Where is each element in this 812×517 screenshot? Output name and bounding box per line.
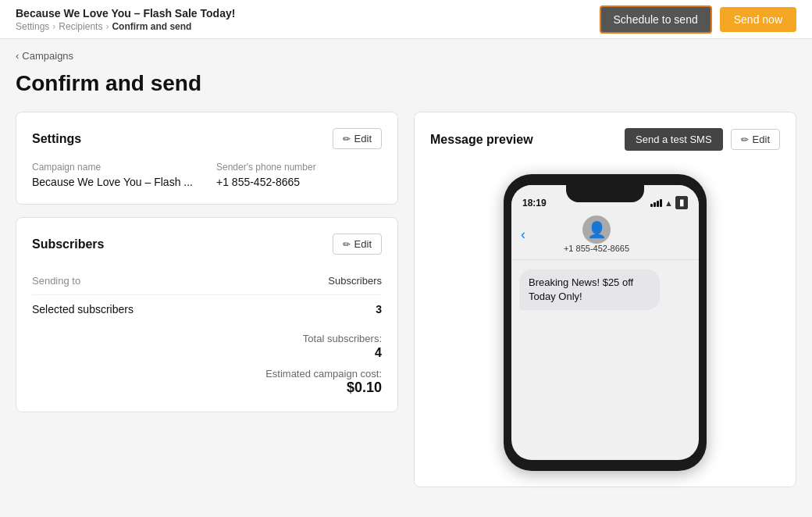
- phone-screen: 18:19 ▲ ▮: [511, 185, 699, 460]
- pencil-icon-2: [343, 238, 351, 250]
- sending-to-value: Subscribers: [328, 275, 382, 287]
- subscribers-edit-button[interactable]: Edit: [333, 234, 382, 255]
- selected-label: Selected subscribers: [32, 303, 134, 316]
- avatar: 👤: [582, 216, 611, 244]
- pencil-icon-3: [741, 134, 749, 145]
- campaign-name-value: Because We Love You – Flash ...: [32, 176, 193, 188]
- phone-messages: Breaking News! $25 off Today Only!: [511, 260, 699, 460]
- send-test-sms-button[interactable]: Send a test SMS: [625, 128, 723, 151]
- breadcrumb-sep-1: ›: [52, 21, 55, 32]
- estimated-cost-label: Estimated campaign cost:: [32, 368, 382, 380]
- phone-chat-header: ‹ 👤 +1 855-452-8665: [511, 211, 699, 260]
- person-icon: 👤: [587, 220, 607, 239]
- preview-edit-button[interactable]: Edit: [731, 129, 780, 150]
- header-actions: Schedule to send Send now: [600, 5, 796, 34]
- total-subscribers-value: 4: [32, 346, 382, 360]
- pencil-icon: [343, 133, 351, 144]
- settings-fields: Campaign name Because We Love You – Flas…: [32, 162, 382, 188]
- subscribers-card-title: Subscribers: [32, 237, 104, 251]
- preview-edit-label: Edit: [753, 134, 770, 145]
- estimated-cost-value: $0.10: [32, 380, 382, 396]
- send-now-button[interactable]: Send now: [720, 7, 796, 32]
- bar2: [654, 202, 656, 207]
- settings-edit-label: Edit: [354, 133, 372, 144]
- total-subscribers-label: Total subscribers:: [32, 333, 382, 344]
- subscribers-card-header: Subscribers Edit: [32, 234, 382, 255]
- breadcrumb: Settings › Recipients › Confirm and send: [16, 21, 235, 32]
- page-title: Confirm and send: [0, 68, 812, 112]
- sms-message-bubble: Breaking News! $25 off Today Only!: [519, 269, 660, 310]
- settings-card: Settings Edit Campaign name Because We L…: [16, 112, 398, 205]
- settings-edit-button[interactable]: Edit: [333, 128, 382, 149]
- wifi-icon: ▲: [664, 198, 673, 208]
- status-time: 18:19: [522, 198, 547, 209]
- contact-info: 👤 +1 855-452-8665: [532, 216, 661, 253]
- campaign-title: Because We Love You – Flash Sale Today!: [16, 7, 235, 20]
- right-column: Message preview Send a test SMS Edit: [414, 112, 796, 487]
- selected-value: 3: [376, 303, 382, 316]
- preview-header: Message preview Send a test SMS Edit: [430, 128, 780, 151]
- selected-subscribers-row: Selected subscribers 3: [32, 295, 382, 323]
- campaign-name-label: Campaign name: [32, 162, 193, 173]
- breadcrumb-recipients[interactable]: Recipients: [59, 21, 102, 32]
- status-icons: ▲ ▮: [650, 196, 688, 209]
- back-to-campaigns[interactable]: ‹ Campaigns: [0, 39, 812, 68]
- battery-icon: ▮: [675, 196, 688, 209]
- sender-phone-label: Sender's phone number: [216, 162, 316, 173]
- header: Because We Love You – Flash Sale Today! …: [0, 0, 812, 39]
- sender-phone-field: Sender's phone number +1 855-452-8665: [216, 162, 316, 188]
- breadcrumb-sep-2: ›: [105, 21, 109, 32]
- subscribers-edit-label: Edit: [354, 238, 372, 250]
- preview-title: Message preview: [430, 133, 533, 147]
- settings-card-title: Settings: [32, 132, 81, 146]
- campaign-name-field: Campaign name Because We Love You – Flas…: [32, 162, 193, 188]
- back-arrow-phone-icon: ‹: [521, 226, 525, 243]
- contact-number: +1 855-452-8665: [564, 244, 629, 253]
- breadcrumb-settings[interactable]: Settings: [16, 21, 49, 32]
- schedule-to-send-button[interactable]: Schedule to send: [600, 5, 712, 34]
- signal-bars-icon: [650, 199, 662, 207]
- campaigns-link[interactable]: Campaigns: [22, 50, 73, 62]
- phone-mockup: 18:19 ▲ ▮: [504, 174, 707, 471]
- phone-notch: [566, 185, 644, 202]
- settings-card-header: Settings Edit: [32, 128, 382, 149]
- bar3: [657, 201, 659, 207]
- sender-phone-value: +1 855-452-8665: [216, 176, 316, 188]
- subscribers-card: Subscribers Edit Sending to Subscribers …: [16, 217, 398, 412]
- bar4: [660, 199, 662, 207]
- phone-container: 18:19 ▲ ▮: [430, 166, 780, 471]
- preview-actions: Send a test SMS Edit: [625, 128, 780, 151]
- sending-to-row: Sending to Subscribers: [32, 267, 382, 295]
- back-arrow-icon: ‹: [16, 50, 19, 62]
- main-content: Settings Edit Campaign name Because We L…: [0, 112, 812, 503]
- left-column: Settings Edit Campaign name Because We L…: [16, 112, 398, 487]
- bar1: [650, 204, 653, 207]
- breadcrumb-current: Confirm and send: [112, 21, 191, 32]
- sending-to-label: Sending to: [32, 275, 80, 287]
- header-left: Because We Love You – Flash Sale Today! …: [16, 7, 235, 32]
- totals-section: Total subscribers: 4 Estimated campaign …: [32, 333, 382, 396]
- preview-card: Message preview Send a test SMS Edit: [414, 112, 796, 487]
